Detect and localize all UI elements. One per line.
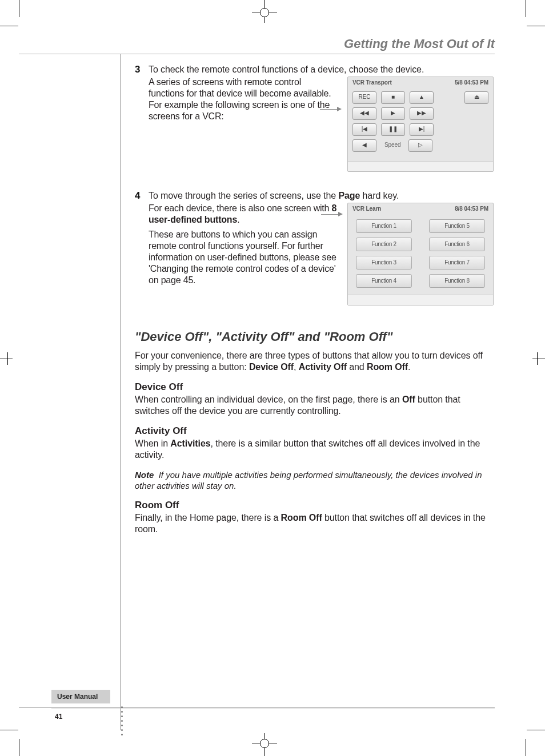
crop-mark — [0, 26, 18, 26]
prev-icon: |◀ — [352, 123, 376, 136]
figure-vcr-learn: VCR Learn 8/8 04:53 PM Function 1 Functi… — [347, 203, 494, 306]
crop-mark — [0, 730, 18, 730]
step-4: 4 To move through the series of screens,… — [135, 190, 494, 306]
page-number: 41 — [55, 713, 62, 721]
stop-icon: ■ — [381, 91, 405, 104]
section-intro: For your convenience, there are three ty… — [135, 350, 494, 373]
step-body: To move through the series of screens, u… — [149, 190, 494, 306]
step-back-icon: ◀ — [352, 139, 376, 152]
note: Note If you have multiple activities bei… — [135, 469, 494, 492]
function-button: Function 2 — [356, 238, 412, 251]
chapter-title: Getting the Most Out of It — [344, 37, 495, 51]
section-heading: "Device Off", "Activity Off" and "Room O… — [135, 329, 494, 344]
function-button: Function 4 — [356, 274, 412, 288]
figure-vcr-transport: VCR Transport 5/8 04:53 PM REC ■ ▲ ⏏ — [347, 77, 494, 172]
ffwd-icon: ▶▶ — [410, 107, 434, 120]
paragraph: When in Activities, there is a similar b… — [135, 438, 494, 461]
step-fwd-icon: ▷ — [408, 139, 432, 152]
step-lead: To move through the series of screens, u… — [149, 190, 494, 202]
crop-mark — [19, 739, 19, 756]
pause-icon: ❚❚ — [381, 123, 405, 136]
step-3: 3 To check the remote control functions … — [135, 64, 494, 172]
figure-title: VCR Learn — [352, 206, 381, 213]
figure-clock: 5/8 04:53 PM — [455, 79, 488, 87]
figure-clock: 8/8 04:53 PM — [455, 206, 488, 213]
content-area: 3 To check the remote control functions … — [135, 64, 494, 544]
rewind-icon: ◀◀ — [352, 107, 376, 120]
crop-mark — [526, 739, 526, 756]
step-number: 4 — [135, 190, 149, 306]
function-button: Function 7 — [429, 256, 485, 270]
subheading-activity-off: Activity Off — [135, 425, 494, 437]
step-text: A series of screens with remote control … — [149, 77, 337, 172]
subheading-device-off: Device Off — [135, 381, 494, 393]
subheading-room-off: Room Off — [135, 500, 494, 511]
function-button: Function 5 — [429, 219, 485, 233]
page: Getting the Most Out of It 3 To check th… — [0, 0, 545, 756]
crop-mark — [527, 26, 545, 26]
footer-label: User Manual — [51, 690, 110, 703]
registration-icon — [260, 8, 269, 17]
figure-footer — [348, 161, 493, 171]
step-lead: To check the remote control functions of… — [149, 64, 494, 75]
rec-button: REC — [352, 91, 376, 104]
registration-icon — [0, 359, 13, 359]
figure-title: VCR Transport — [352, 79, 392, 87]
footer-rule — [51, 709, 495, 709]
side-rule — [120, 54, 121, 730]
footer-rule — [19, 707, 495, 708]
function-button: Function 6 — [429, 238, 485, 251]
paragraph: When controlling an individual device, o… — [135, 394, 494, 417]
step-number: 3 — [135, 64, 149, 172]
step-text: For each device, there is also one scree… — [149, 203, 337, 306]
eject-icon: ⏏ — [464, 91, 488, 104]
registration-icon — [260, 739, 269, 748]
note-label: Note — [135, 470, 154, 480]
function-button: Function 8 — [429, 274, 485, 288]
speed-label: Speed — [381, 139, 404, 152]
step-body: To check the remote control functions of… — [149, 64, 494, 172]
function-button: Function 3 — [356, 256, 412, 270]
header-rule — [19, 54, 495, 54]
next-icon: ▶| — [410, 123, 434, 136]
dot-leader-icon — [121, 706, 123, 735]
crop-mark — [527, 730, 545, 730]
play-icon: ▶ — [381, 107, 405, 120]
up-icon: ▲ — [410, 91, 434, 104]
paragraph: Finally, in the Home page, there is a Ro… — [135, 512, 494, 536]
registration-icon — [532, 359, 545, 359]
function-button: Function 1 — [356, 219, 412, 233]
figure-footer — [348, 295, 493, 305]
crop-mark — [19, 0, 19, 17]
crop-mark — [526, 0, 526, 17]
